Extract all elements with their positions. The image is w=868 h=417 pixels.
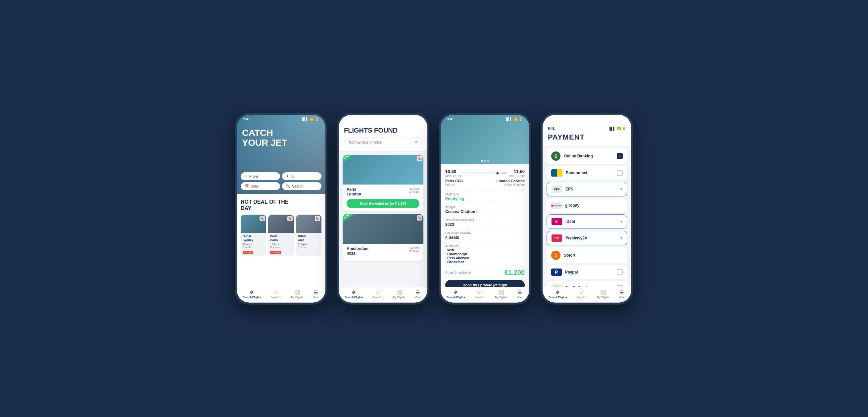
my-flights-icon: ⬜	[294, 290, 300, 295]
bookmark-flight-1[interactable]: 🔖	[417, 156, 422, 161]
date-field[interactable]: 📅 Date	[241, 182, 280, 190]
to-country: United Kingdom	[496, 183, 525, 186]
payment-item-online-banking[interactable]: S Online Banking ✓	[547, 148, 627, 164]
deal-card-body-2: Paris Cairo 12 April 6 seats €2.900	[268, 233, 293, 256]
time-row: 10:30 Mon, 12 Apr ▶ 2:20 11:50 Mon, 12 A…	[445, 168, 525, 178]
calendar-icon: 📅	[245, 184, 249, 188]
nav-my-flights-4[interactable]: ⬜ My Flights	[597, 290, 609, 299]
price-label: Price for entire jet	[445, 271, 471, 275]
sofort-logo: S	[551, 251, 560, 260]
payment-item-ideal[interactable]: iD iDeal ▾	[547, 214, 627, 229]
flight-route-row-1: Paris London 12 April 4 Seats	[347, 187, 420, 197]
deal-card-3[interactable]: 🔖 Dubai Ams 12 April 6 seats	[296, 215, 321, 256]
deal-route-3: Dubai Ams	[298, 235, 319, 242]
nav-search-flights-3[interactable]: ✈ Search Flights	[446, 290, 465, 299]
payment-item-giropay[interactable]: giropay giropay	[547, 199, 627, 212]
book-flight-btn[interactable]: Book this private jet flight	[445, 280, 525, 287]
jet-type-row: Jet type Cessna Citation II	[445, 203, 525, 216]
bookmark-icon-3[interactable]: 🔖	[315, 216, 320, 221]
bookmark-flight-2[interactable]: 🔖	[417, 215, 422, 220]
flight-date-info-1: 12 April 4 Seats	[409, 187, 420, 194]
phone-3-detail: 9:41 ▐▌▌ 📶 🔋 10:30 Mon	[439, 113, 531, 305]
nav-menu-1[interactable]: ☰ Menu	[313, 290, 319, 299]
deal-card-image-3: 🔖	[296, 215, 321, 233]
deal-card-1[interactable]: 🔖 Dubai Sydney 12 April 6 seats €2.	[241, 215, 266, 256]
nav-favorites-3[interactable]: ♡ Favorites	[474, 290, 485, 299]
deal-card-2[interactable]: 🔖 Paris Cairo 12 April 6 seats €2.9	[268, 215, 293, 256]
image-dots	[481, 160, 489, 162]
bookmark-icon-1[interactable]: 🔖	[259, 216, 265, 221]
flight-type-label: Flight type	[445, 193, 525, 196]
nav-my-flights-1[interactable]: ⬜ My Flights	[291, 290, 303, 299]
nav-my-flights-3[interactable]: ⬜ My Flights	[495, 290, 507, 299]
book-btn-1[interactable]: Book the entire jet for € 1.200	[347, 199, 420, 208]
nav-menu-label-2: Menu	[415, 296, 422, 299]
nav-favorites-4[interactable]: ♡ Favorites	[576, 290, 587, 299]
nav-search-flights-4[interactable]: ✈ Search Flights	[549, 290, 567, 299]
my-flights-icon-4: ⬜	[600, 290, 606, 295]
sort-chevron-icon: ▾	[415, 140, 417, 144]
my-flights-icon-3: ⬜	[498, 290, 504, 295]
flight-route-info-2: Amsterdam Ibiza	[347, 246, 368, 256]
flight-card-image-1: Empty leg 🔖	[343, 155, 424, 184]
plane-from-icon: ✈	[245, 174, 247, 178]
nav-menu-2[interactable]: ☰ Menu	[415, 290, 422, 299]
nav-menu-4[interactable]: ☰ Menu	[619, 290, 625, 299]
nav-favorites-2[interactable]: ♡ Favorites	[372, 290, 383, 299]
nav-my-flights-label-4: My Flights	[597, 296, 609, 299]
nav-search-label-2: Search Flights	[345, 296, 363, 299]
capacity-row: Passenger capacity 4 Seats	[445, 229, 525, 242]
arrow-dots	[463, 173, 496, 173]
deal-price-1: €2.000	[243, 251, 253, 254]
przelewy24-label: Przelewy24	[565, 236, 617, 240]
to-label: To	[291, 174, 294, 178]
paypal-check[interactable]	[617, 269, 623, 275]
credit-card-logo: 💳	[551, 284, 562, 287]
nav-my-flights-2[interactable]: ⬜ My Flights	[393, 290, 405, 299]
payment-item-przelewy24[interactable]: P24 Przelewy24 ▾	[547, 231, 627, 245]
hero-section: 9:41 ▐▌▌ 📶 🔋 CATCH YOUR JET ✈ Fro	[237, 115, 326, 194]
flight-arrow: ▶ 2:20	[463, 171, 507, 175]
flight-card-footer-1: Paris London 12 April 4 Seats	[343, 184, 424, 211]
nav-search-flights-1[interactable]: ✈ Search Flights	[243, 290, 261, 299]
nav-my-flights-label-2: My Flights	[393, 296, 405, 299]
przelewy24-logo: P24	[552, 235, 562, 242]
phones-container: 9:41 ▐▌▌ 📶 🔋 CATCH YOUR JET ✈ Fro	[235, 113, 633, 305]
phone-4-screen: 9:41 ▐▌▌ 📶 🔋 PAYMENT S Online Banking ✓	[542, 115, 631, 303]
eps-chevron-icon: ▾	[620, 187, 622, 192]
arrive-block: 11:50 Mon, 12 Apr	[508, 168, 525, 178]
phone-1-search: 9:41 ▐▌▌ 📶 🔋 CATCH YOUR JET ✈ Fro	[235, 113, 328, 305]
nav-favorites-1[interactable]: ♡ Favorites	[271, 290, 281, 299]
status-time-3: 9:41	[447, 117, 454, 121]
payment-item-credit-card[interactable]: 💳 Credit Card	[547, 281, 627, 287]
paypal-logo: P	[551, 269, 562, 276]
payment-item-eps[interactable]: eps EPS ▾	[547, 182, 627, 197]
sort-dropdown[interactable]: Sort by date or price ▾	[344, 138, 422, 147]
payment-item-sofort[interactable]: S Sofort	[547, 247, 627, 263]
plane-to-icon: ✈	[286, 174, 289, 178]
payment-item-paypal[interactable]: P Paypal	[547, 265, 627, 279]
nav-menu-3[interactable]: ☰ Menu	[517, 290, 523, 299]
eps-logo: eps	[552, 185, 562, 193]
nav-favorites-label-3: Favorites	[474, 296, 485, 299]
payment-item-bancontact[interactable]: Bancontact	[547, 166, 627, 180]
bancontact-check[interactable]	[617, 170, 623, 176]
flight-card-image-2: Empty leg 🔖	[343, 214, 424, 244]
from-field[interactable]: ✈ From	[241, 172, 280, 180]
bookmark-icon-2[interactable]: 🔖	[287, 216, 292, 221]
jet-details-wifi: · Wifi	[445, 248, 525, 252]
nav-search-flights-2[interactable]: ✈ Search Flights	[345, 290, 363, 299]
signal-icon-4: ▐▌▌	[609, 127, 615, 130]
to-airport-block: London Gatwick United Kingdom	[496, 179, 525, 186]
year-value: 2023	[445, 222, 525, 227]
online-banking-check[interactable]: ✓	[617, 153, 623, 159]
search-field[interactable]: 🔍 Search	[282, 182, 321, 190]
to-field[interactable]: ✈ To	[282, 172, 321, 180]
status-time: 9:41	[243, 117, 250, 121]
flights-found-title: FLIGHTS FOUND	[344, 127, 422, 134]
flight-card-2[interactable]: Empty leg 🔖 Amsterdam Ibiza	[343, 214, 424, 261]
battery-icon-4: 🔋	[622, 127, 626, 130]
flight-card-1[interactable]: Empty leg 🔖 Paris London	[343, 155, 424, 211]
price-row: Price for entire jet €1.200	[445, 266, 525, 278]
jet-details-pets: · Pets allowed	[445, 256, 525, 260]
